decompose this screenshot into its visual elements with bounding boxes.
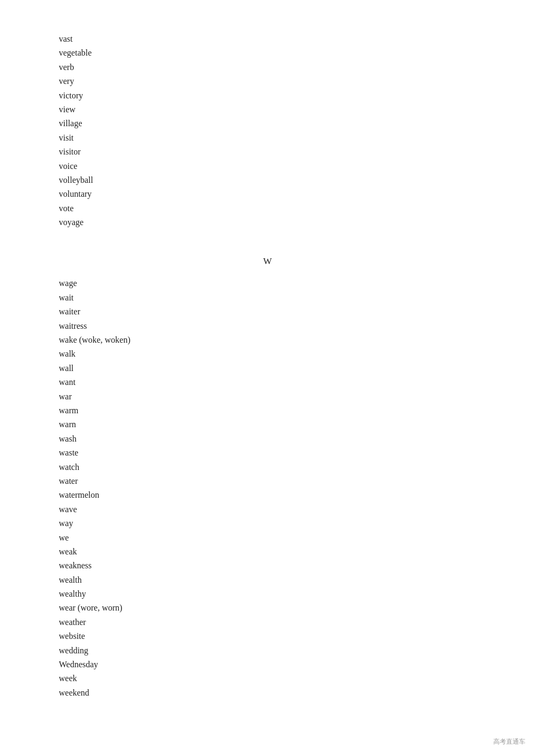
w-word-list: wagewaitwaiterwaitresswake (woke, woken)… [59,276,535,700]
list-item: water [59,474,535,488]
list-item: wait [59,291,535,305]
list-item: voluntary [59,187,535,201]
list-item: vote [59,202,535,215]
watermark: 高考直通车 [493,737,525,746]
list-item: vast [59,32,535,46]
list-item: website [59,629,535,643]
list-item: victory [59,89,535,103]
list-item: volleyball [59,173,535,187]
list-item: week [59,672,535,685]
list-item: watermelon [59,488,535,502]
list-item: visit [59,131,535,145]
list-item: wash [59,432,535,446]
list-item: village [59,117,535,130]
list-item: wealthy [59,587,535,601]
list-item: vegetable [59,46,535,60]
list-item: wear (wore, worn) [59,601,535,615]
list-item: we [59,531,535,545]
list-item: weakness [59,559,535,573]
v-word-list: vastvegetableverbveryvictoryviewvillagev… [59,32,535,229]
list-item: wedding [59,644,535,658]
list-item: weak [59,545,535,559]
list-item: weather [59,615,535,629]
list-item: view [59,103,535,117]
list-item: walk [59,347,535,361]
list-item: want [59,375,535,389]
list-item: voice [59,159,535,173]
list-item: wave [59,503,535,516]
list-item: wake (woke, woken) [59,333,535,347]
list-item: warn [59,418,535,431]
list-item: Wednesday [59,658,535,672]
list-item: watch [59,460,535,474]
list-item: weekend [59,686,535,700]
list-item: visitor [59,145,535,159]
list-item: very [59,74,535,88]
main-content: vastvegetableverbveryvictoryviewvillagev… [0,0,535,732]
list-item: waitress [59,319,535,333]
list-item: war [59,390,535,404]
list-item: wage [59,276,535,290]
list-item: wealth [59,573,535,587]
list-item: warm [59,404,535,418]
list-item: waiter [59,305,535,319]
list-item: verb [59,60,535,74]
list-item: way [59,516,535,530]
list-item: wall [59,361,535,375]
w-section-header: W [59,256,535,267]
list-item: voyage [59,215,535,229]
list-item: waste [59,446,535,460]
